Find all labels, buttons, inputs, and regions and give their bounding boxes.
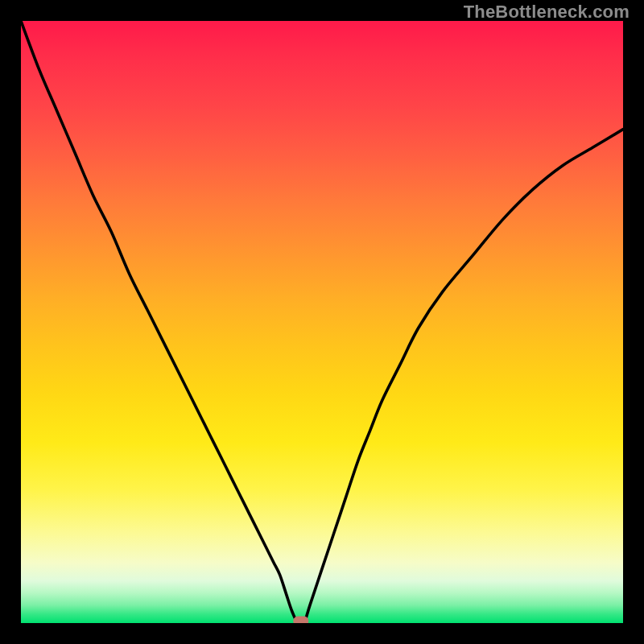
chart-frame: TheBottleneck.com (0, 0, 644, 644)
optimal-point-marker (294, 617, 308, 623)
watermark-text: TheBottleneck.com (464, 2, 630, 23)
plot-area (21, 21, 623, 623)
bottleneck-curve (21, 21, 623, 623)
curve-layer (21, 21, 623, 623)
